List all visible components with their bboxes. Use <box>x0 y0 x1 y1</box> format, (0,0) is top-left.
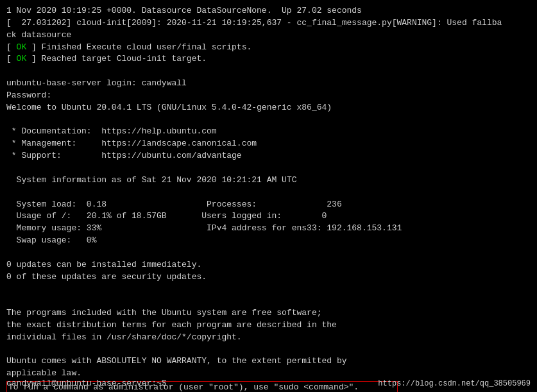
ok-badge-1: OK <box>17 42 27 52</box>
line-programs-2: the exact distribution terms for each pr… <box>6 320 337 330</box>
terminal-prompt: candywall@unbuntu-base-server:~$ <box>6 379 167 388</box>
ok-badge-2: OK <box>17 54 27 64</box>
footer-link: https://blog.csdn.net/qq_38505969 <box>378 379 531 388</box>
line-programs-1: The programs included with the Ubuntu sy… <box>6 308 321 318</box>
line-support: * Support: https://ubuntu.com/advantage <box>6 151 242 160</box>
line-login: unbuntu-base-server login: candywall <box>6 78 187 88</box>
line-cloud-init: [ 27.031202] cloud-init[2009]: 2020-11-2… <box>6 18 502 40</box>
line-warranty-1: Ubuntu comes with ABSOLUTELY NO WARRANTY… <box>6 356 347 366</box>
line-swap: Swap usage: 0% <box>6 235 96 245</box>
line-updates-2: 0 of these updates are security updates. <box>6 272 207 282</box>
terminal-output: 1 Nov 2020 10:19:25 +0000. Datasource Da… <box>6 5 531 392</box>
line-password: Password: <box>6 90 51 100</box>
line-updates-1: 0 updates can be installed immediately. <box>6 260 201 269</box>
line-welcome: Welcome to Ubuntu 20.04.1 LTS (GNU/Linux… <box>6 103 332 112</box>
line-programs-3: individual files in /usr/share/doc/*/cop… <box>6 332 242 342</box>
terminal-text: 1 Nov 2020 10:19:25 +0000. Datasource Da… <box>6 5 531 380</box>
line-mgmt: * Management: https://landscape.canonica… <box>6 139 257 148</box>
terminal-window[interactable]: 1 Nov 2020 10:19:25 +0000. Datasource Da… <box>0 0 537 392</box>
line-warranty-2: applicable law. <box>6 368 81 378</box>
line-ok-1: [ OK ] Finished Execute cloud user/final… <box>6 42 251 52</box>
line-boot: 1 Nov 2020 10:19:25 +0000. Datasource Da… <box>6 6 362 15</box>
line-doc: * Documentation: https://help.ubuntu.com <box>6 126 217 136</box>
line-sysinfo-header: System information as of Sat 21 Nov 2020… <box>6 175 296 185</box>
line-memory: Memory usage: 33% IPv4 address for ens33… <box>6 223 402 233</box>
line-sysload: System load: 0.18 Processes: 236 <box>6 200 342 209</box>
line-ok-2: [ OK ] Reached target Cloud-init target. <box>6 54 207 64</box>
line-usage: Usage of /: 20.1% of 18.57GB Users logge… <box>6 211 327 221</box>
footer-bar: candywall@unbuntu-base-server:~$ https:/… <box>6 379 531 388</box>
